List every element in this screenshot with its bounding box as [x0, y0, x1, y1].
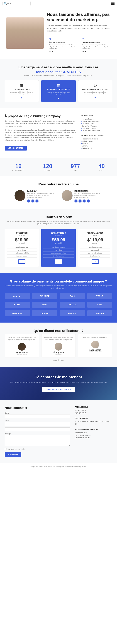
personalisation-period: En vauté il [80, 242, 110, 244]
celia-name: CÉLIA ALMEDA [44, 352, 73, 353]
mike-facebook-icon[interactable]: f [74, 200, 77, 202]
mike-google-icon[interactable]: g [82, 200, 86, 202]
conception-btn[interactable]: → [18, 260, 25, 264]
personalisation-feature-1: Magnifiquement coup [80, 246, 110, 249]
menu-button[interactable] [111, 2, 114, 5]
about-card-title: À PROPOS DE NOUS [49, 42, 76, 43]
bob-role: Directeur commercial [81, 351, 110, 352]
contact-info: APPELEZ-NOUS 1 (234) 567 891 1 (234) 987… [75, 406, 112, 457]
testimonials-grid: Sample text. Click to select the text bo… [5, 334, 112, 358]
list-item: Conception/Gascone [81, 125, 112, 127]
terms-label: I agree the Terms of Service [8, 448, 25, 450]
about-title: À propos de Eagle Building Company [5, 114, 76, 118]
services-heading: → SERVICES [81, 114, 112, 116]
developpement-title: DÉVELOPPEMENT [43, 232, 73, 234]
hero-section: Nous faisons des affaires, pas seulement… [0, 7, 117, 59]
stat-label-clients: CLIENTS [43, 170, 52, 171]
pricing-section: Tableau des prix Viel mus commodo venena… [0, 209, 117, 273]
conception-feature-2: 100% ébault [7, 249, 37, 252]
terms-checkbox-group: I agree the Terms of Service [5, 448, 70, 450]
storage-title: STOCKAGE ILLIMITÉ [7, 88, 37, 90]
developpement-btn[interactable]: → [55, 260, 62, 264]
services-card-link[interactable]: SUITE [82, 51, 109, 52]
call-title: APPELEZ-NOUS [75, 406, 112, 408]
markets-list: Résidentiel multifamilial Utilisation mi… [81, 138, 112, 150]
partners-description: Praesent efficitur dolor, et ultrices sa… [5, 285, 112, 289]
list-item: Conception/Aide [81, 122, 112, 125]
conception-feature-1: Magnifiquement coup [7, 246, 37, 249]
download-description: Utilisez les images modifiées pour un su… [5, 381, 112, 384]
list-item: Senior Vie [81, 145, 112, 147]
contact-us-button[interactable]: NOUS CONTACTER [5, 146, 27, 150]
celia-text: Sample text. Click to select the text bo… [44, 337, 73, 341]
search-bar[interactable]: 🔍 [3, 1, 31, 6]
mike-name: MIKE RICHMOND [74, 190, 102, 192]
features-highlight: fonctionnalités GRATUITES [5, 70, 112, 74]
partner-sony: SONY [5, 302, 30, 308]
developpement-feature-3: Des interactions fluides [43, 252, 73, 254]
phone-1: 1 (234) 567 891 [75, 409, 112, 412]
name-input[interactable] [5, 414, 70, 418]
partners-section: Gros volume de paiements ou modèle comme… [0, 273, 117, 322]
contact-heading: Nous contacter [5, 406, 70, 410]
hero-image [6, 18, 44, 48]
hero-cards: ★ À PROPOS DE NOUS Duis aute irure dolor… [47, 35, 111, 54]
partner-crolla: CROLLA [60, 302, 85, 308]
submit-button[interactable]: SOUMETTRE [5, 452, 21, 457]
message-textarea[interactable] [5, 435, 70, 446]
conception-title: CONCEPTION [7, 232, 37, 234]
create-site-button[interactable]: CRÉER UN SITE WEB GRATUIT [42, 386, 75, 392]
stat-number-ranking: 16 [12, 163, 25, 170]
paul-google-icon[interactable]: g [35, 200, 39, 202]
bob-avatar [91, 340, 99, 348]
about-right: → SERVICES Pré-construction Planificatio… [81, 114, 112, 152]
services-block: NOS MEILLEURS SERVICES Transferts locaux… [75, 428, 112, 439]
mike-avatar [62, 190, 73, 201]
mike-twitter-icon[interactable]: t [78, 200, 82, 202]
about-card-desc: Duis aute irure dolor in reprehenderit i… [49, 44, 76, 50]
footer-text: Sample text. Click to select the text bo… [5, 466, 112, 468]
paul-twitter-icon[interactable]: t [31, 200, 35, 202]
team-section: Rencontrez notre équipe PAUL BRUN Ulas a… [0, 176, 117, 209]
pricing-heading: Tableau des prix [5, 215, 112, 219]
feature-card-storage[interactable]: ▦ STOCKAGE ILLIMITÉ consectetur adipisci… [5, 80, 39, 102]
search-input[interactable] [7, 2, 29, 5]
address-input[interactable] [5, 428, 70, 431]
email-input[interactable] [5, 422, 70, 426]
about-section: À propos de Eagle Building Company Notre… [0, 108, 117, 158]
personalisation-feature-4: Excellent couleur [80, 254, 110, 258]
hero-title: Nous faisons des affaires, pas seulement… [47, 12, 111, 22]
mike-instagram-icon[interactable]: i [87, 200, 90, 202]
feature-card-bandwidth[interactable]: ▦ BANDE PASSANTE ILLIMITÉE consectetur a… [41, 80, 75, 102]
terms-checkbox[interactable] [5, 448, 7, 450]
personalisation-subtitle: En vauté il [80, 234, 110, 236]
services-list: Pré-construction Planification conceptue… [81, 118, 112, 132]
personalisation-btn[interactable]: → [92, 260, 99, 264]
domain-arrow: ∨ [80, 96, 110, 99]
pricing-card-personalisation: PERSONALISATION En vauté il $119,99 En v… [78, 229, 112, 267]
stat-ranking: 16 CLASSEMENT [12, 163, 25, 171]
pricing-description: Viel mus commodo venena maximes accumsan… [5, 220, 112, 225]
stat-label-cases: CAS [71, 170, 80, 171]
about-card-link[interactable]: SUITE [49, 51, 76, 52]
download-heading: Téléchargez-le maintenant [5, 375, 112, 379]
about-left: À propos de Eagle Building Company Notre… [5, 114, 76, 152]
list-item: Gestion de la construction [81, 130, 112, 132]
hero-description: Que votre entreprise recherche un consei… [47, 24, 111, 32]
mike-desc: Ulas aute irure dolor molestie erat ut l… [74, 192, 102, 198]
testimonial-bob: Click again or double BOB ROBERTS BOB RO… [78, 334, 112, 358]
about-icon: ★ [49, 37, 76, 41]
list-item: Hospitalité [81, 142, 112, 145]
services-card-title: CE QUE NOUS FAISONS [82, 42, 109, 43]
team-member-paul: PAUL BRUN Ulas aute irure dolor molestie… [15, 190, 55, 202]
location-title: EMPLACEMENT [75, 417, 112, 419]
list-item: Planification conceptuelle [81, 120, 112, 122]
conception-subtitle: En vauté il [7, 234, 37, 236]
paul-facebook-icon[interactable]: f [27, 200, 30, 202]
pricing-card-conception: CONCEPTION En vauté il $19,99 En vauté i… [5, 229, 39, 267]
feature-card-domain[interactable]: ◎ ENREGISTREMENT DE DOMAINES consectetur… [78, 80, 112, 102]
download-section: Téléchargez-le maintenant Utilisez les i… [0, 367, 117, 400]
hero-content: Nous faisons des affaires, pas seulement… [47, 12, 111, 54]
developpement-feature-1: Magnifiquement coup [43, 246, 73, 249]
partner-binance: BINANCE [32, 293, 57, 299]
